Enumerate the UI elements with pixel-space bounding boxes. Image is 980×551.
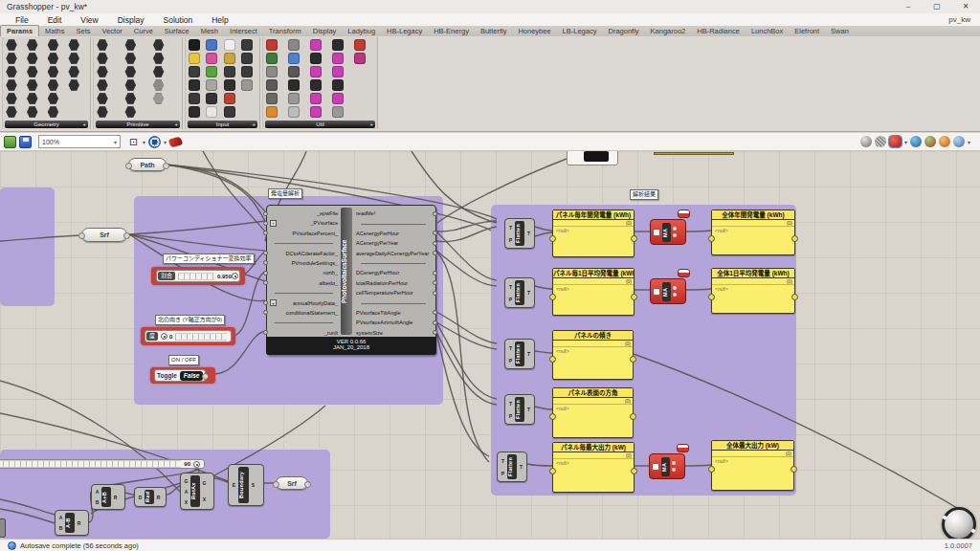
photovoltaics-surface-component[interactable]: _epwFile_PVsurface↑PVsurfacePercent_DCto… (266, 205, 436, 355)
component-icon[interactable] (48, 106, 59, 118)
connector-nub[interactable] (433, 291, 437, 296)
component-icon[interactable] (206, 39, 217, 51)
flatten-component[interactable]: TP Flatten T (504, 394, 535, 425)
pv-out-cellTemperaturePerHour[interactable]: cellTemperaturePerHour (353, 288, 434, 298)
chevron-down-icon[interactable]: ▾ (968, 139, 970, 145)
note-inverter-efficiency[interactable]: パワーコンディショナー変換効率 (163, 253, 255, 264)
component-icon[interactable] (266, 53, 278, 64)
pv-out-totalRadiationPerHour[interactable]: totalRadiationPerHour (353, 278, 434, 288)
connector-nub[interactable] (263, 231, 268, 235)
connector-nub[interactable] (433, 271, 437, 276)
wireframe-mode-icon[interactable] (875, 136, 886, 147)
slider-knob[interactable] (232, 273, 238, 279)
pv-in-north[interactable]: north_ (267, 268, 341, 277)
tab-params[interactable]: Params (0, 25, 39, 36)
component-icon[interactable] (241, 39, 253, 51)
component-icon[interactable] (189, 39, 200, 51)
component-icon[interactable] (68, 39, 79, 51)
menu-help[interactable]: Help (202, 15, 237, 25)
tab-dragonfly[interactable]: Dragonfly (602, 26, 644, 36)
pv-in-PVsurfacePercent[interactable]: PVsurfacePercent_ (267, 229, 341, 238)
component-icon[interactable] (310, 39, 322, 51)
zoom-level-select[interactable]: 100% ▾ (38, 135, 121, 148)
component-icon[interactable] (68, 79, 79, 91)
menu-file[interactable]: File (6, 15, 38, 25)
component-icon[interactable] (189, 79, 200, 91)
component-icon[interactable] (48, 93, 59, 104)
component-icon[interactable] (332, 93, 344, 104)
component-icon[interactable] (241, 66, 253, 77)
component-icon[interactable] (124, 53, 136, 64)
component-icon[interactable] (189, 93, 200, 104)
pv-title[interactable]: PhotovoltaicsSurface (341, 208, 352, 335)
component-icon[interactable] (288, 93, 300, 104)
component-icon[interactable] (153, 93, 165, 104)
tab-kangaroo2[interactable]: Kangaroo2 (645, 26, 692, 36)
component-icon[interactable] (153, 66, 165, 77)
chevron-down-icon[interactable]: ▾ (164, 139, 167, 145)
component-icon[interactable] (97, 39, 108, 51)
warning-balloon-icon[interactable] (677, 444, 689, 452)
component-icon[interactable] (332, 39, 344, 51)
slider-track[interactable] (0, 460, 181, 468)
component-icon[interactable] (27, 93, 38, 104)
component-icon[interactable] (97, 53, 108, 64)
pv-in-DCtoACderateFactor[interactable]: DCtoACderateFactor_ (267, 249, 341, 258)
component-icon[interactable] (6, 66, 17, 77)
ratio-slider[interactable]: 割合 0.950 (156, 270, 240, 282)
component-icon[interactable] (224, 106, 235, 118)
preview-arrows-icon[interactable] (910, 136, 922, 147)
tab-ladybug[interactable]: Ladybug (342, 26, 381, 36)
connector-nub[interactable] (263, 271, 268, 276)
connector-nub[interactable] (263, 221, 268, 226)
chevron-down-icon[interactable]: ▾ (143, 139, 145, 145)
component-icon[interactable] (124, 79, 136, 91)
open-file-icon[interactable] (4, 136, 16, 148)
gh-canvas[interactable]: 発電量解析 解析結果 Path Srf _epwFile_PVsurface↑P… (0, 151, 980, 539)
panel-tilt[interactable]: パネルの傾き{0}<null> (552, 330, 634, 380)
component-icon[interactable] (266, 39, 278, 51)
pv-out-PVsurfaceAzimuthAngle[interactable]: PVsurfaceAzimuthAngle (353, 318, 434, 327)
subtraction-component[interactable]: AB A-B R (55, 510, 89, 536)
component-icon[interactable] (97, 93, 108, 104)
component-icon[interactable] (97, 106, 108, 118)
tab-lunchbox[interactable]: LunchBox (746, 26, 789, 36)
srf-param-bottom[interactable]: Srf (276, 476, 308, 490)
close-button[interactable]: ✕ (951, 0, 980, 13)
component-icon[interactable] (6, 79, 17, 91)
tab-lb-legacy[interactable]: LB-Legacy (557, 26, 603, 36)
path-param[interactable]: Path (128, 158, 167, 171)
canvas-compass-ball[interactable] (942, 507, 976, 539)
mass-addition-component[interactable]: MA (649, 453, 685, 479)
rotate-axis-component[interactable]: GAX RotAx GX (180, 473, 214, 510)
component-icon[interactable] (68, 66, 79, 77)
tab-intersect[interactable]: Intersect (224, 26, 263, 36)
pv-out-ACenergyPerHour[interactable]: ACenergyPerHour (353, 229, 434, 238)
tab-butterfly[interactable]: Butterfly (475, 26, 513, 36)
flatten-component[interactable]: TP Flatten T (504, 277, 535, 308)
ninety-slider[interactable]: 90 (0, 459, 205, 469)
component-icon[interactable] (310, 53, 322, 64)
addition-component[interactable]: AB A+B R (91, 484, 125, 510)
flatten-component[interactable]: TP Flatten T (504, 339, 535, 369)
component-icon[interactable] (288, 66, 300, 77)
component-icon[interactable] (124, 106, 136, 118)
component-icon[interactable] (288, 79, 300, 91)
component-icon[interactable] (224, 79, 235, 91)
pv-out-averageDailyACenergyPerYear[interactable]: averageDailyACenergyPerYear (353, 249, 434, 258)
tab-hb-legacy[interactable]: HB-Legacy (381, 26, 428, 36)
component-icon[interactable] (354, 53, 366, 64)
component-icon[interactable] (266, 106, 278, 118)
component-icon[interactable] (124, 66, 136, 77)
preview-eye-icon[interactable] (148, 136, 161, 148)
focus-extents-icon[interactable]: ⊡ (127, 136, 140, 148)
boolean-toggle[interactable]: Toggle False (154, 369, 206, 382)
tab-mesh[interactable]: Mesh (195, 26, 224, 36)
menu-solution[interactable]: Solution (154, 15, 203, 25)
tab-maths[interactable]: Maths (39, 26, 70, 36)
panel-max-total[interactable]: 全体最大出力 (kW){0}<null> (711, 440, 794, 491)
flatten-component[interactable]: TP Flatten T (504, 218, 535, 249)
tab-elefront[interactable]: Elefront (789, 26, 825, 36)
pv-in-conditionalStatement[interactable]: conditionalStatement_ (267, 308, 341, 318)
slider-knob[interactable] (161, 333, 167, 340)
